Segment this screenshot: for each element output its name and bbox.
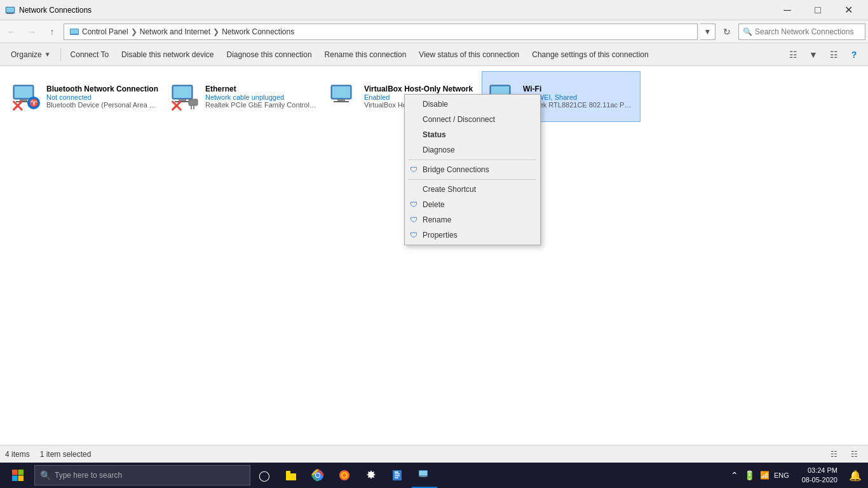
maximize-button[interactable]: □ — [803, 0, 832, 20]
status-view-btn-2[interactable]: ☷ — [845, 445, 863, 463]
svg-point-42 — [342, 473, 346, 477]
taskbar-cortana-button[interactable]: ◯ — [252, 463, 277, 488]
taskbar-chrome-button[interactable] — [305, 463, 330, 488]
wifi-name: Wi-Fi — [523, 85, 635, 93]
view-status-label: View status of this connection — [419, 50, 519, 59]
title-bar: Network Connections ─ □ ✕ — [0, 0, 868, 20]
change-settings-label: Change settings of this connection — [532, 50, 648, 59]
ctx-disable[interactable]: Disable — [405, 97, 540, 112]
toolbar-right: ☷ ▼ ☷ ? — [784, 46, 863, 64]
ctx-connect-disconnect[interactable]: Connect / Disconnect — [405, 112, 540, 127]
context-menu: Disable Connect / Disconnect Status Diag… — [404, 94, 541, 245]
window-icon — [5, 5, 15, 15]
system-tray: ⌃ 🔋 📶 ENG — [723, 469, 794, 482]
taskbar-network-connections-button[interactable] — [412, 463, 437, 488]
path-control-panel[interactable]: Control Panel — [82, 27, 128, 36]
connect-to-button[interactable]: Connect To — [65, 46, 115, 64]
svg-rect-1 — [6, 8, 14, 12]
change-settings-button[interactable]: Change settings of this connection — [526, 46, 654, 64]
taskbar-right: ⌃ 🔋 📶 ENG 03:24 PM 08-05-2020 🔔 — [723, 463, 865, 488]
address-path[interactable]: Control Panel ❯ Network and Internet ❯ N… — [64, 24, 698, 40]
ethernet-name: Ethernet — [205, 85, 317, 93]
organize-arrow-icon: ▼ — [44, 51, 51, 58]
toolbar-separator-1 — [60, 48, 61, 61]
organize-button[interactable]: Organize ▼ — [5, 46, 57, 64]
tray-chevron-icon[interactable]: ⌃ — [728, 469, 741, 482]
taskbar-files-button[interactable] — [278, 463, 304, 488]
taskbar-search-input[interactable] — [55, 471, 245, 480]
path-network-internet[interactable]: Network and Internet — [140, 27, 210, 36]
ctx-bridge-connections[interactable]: 🛡 Bridge Connections — [405, 162, 540, 177]
ctx-rename[interactable]: 🛡 Rename — [405, 212, 540, 227]
ethernet-error-badge: ❌ — [171, 100, 181, 111]
ethernet-device: Realtek PCIe GbE Family Controller — [205, 101, 317, 109]
connect-to-label: Connect To — [71, 50, 109, 59]
start-button[interactable] — [3, 463, 33, 488]
help-button[interactable]: ? — [845, 46, 863, 64]
ctx-diagnose[interactable]: Diagnose — [405, 142, 540, 158]
svg-rect-46 — [395, 473, 400, 475]
notification-button[interactable]: 🔔 — [845, 463, 865, 488]
view-dropdown-button[interactable]: ▼ — [804, 46, 822, 64]
status-view-btn-1[interactable]: ☷ — [825, 445, 843, 463]
rename-button[interactable]: Rename this connection — [319, 46, 412, 64]
ctx-disable-label: Disable — [423, 100, 448, 109]
svg-rect-36 — [286, 473, 296, 480]
taskbar: 🔍 ◯ — [0, 463, 868, 488]
view-change-button[interactable]: ☷ — [784, 46, 802, 64]
diagnose-button[interactable]: Diagnose this connection — [221, 46, 318, 64]
system-clock[interactable]: 03:24 PM 08-05-2020 — [797, 466, 843, 485]
tray-language[interactable]: ENG — [774, 471, 789, 479]
taskbar-search-icon: 🔍 — [40, 470, 51, 480]
taskbar-search[interactable]: 🔍 — [34, 465, 250, 485]
svg-rect-34 — [18, 476, 24, 482]
ctx-properties-label: Properties — [423, 231, 458, 240]
window-title: Network Connections — [19, 6, 773, 15]
ctx-properties[interactable]: 🛡 Properties — [405, 227, 540, 243]
taskbar-settings-button[interactable] — [358, 463, 384, 488]
svg-rect-20 — [332, 86, 350, 98]
view-details-button[interactable]: ☷ — [825, 46, 843, 64]
network-item-ethernet[interactable]: ❌ Ethernet Network cable unplugged Realt… — [164, 71, 323, 122]
address-bar: ← → ↑ Control Panel ❯ Network and Intern… — [0, 20, 868, 43]
up-button[interactable]: ↑ — [43, 23, 61, 41]
ctx-create-shortcut-label: Create Shortcut — [423, 185, 476, 194]
tray-wifi-icon[interactable]: 📶 — [759, 469, 771, 482]
view-status-button[interactable]: View status of this connection — [413, 46, 525, 64]
clock-time: 03:24 PM — [802, 466, 837, 475]
status-bar-right: ☷ ☷ — [825, 445, 863, 463]
svg-rect-3 — [7, 13, 13, 14]
svg-rect-16 — [189, 99, 198, 105]
item-count: 4 items — [5, 450, 30, 459]
toolbar: Organize ▼ Connect To Disable this netwo… — [0, 43, 868, 66]
back-button[interactable]: ← — [3, 23, 20, 41]
network-item-bluetooth[interactable]: ♈ ❌ Bluetooth Network Connection Not con… — [5, 71, 164, 122]
path-dropdown-button[interactable]: ▼ — [700, 24, 715, 40]
svg-rect-33 — [12, 476, 18, 482]
ctx-create-shortcut[interactable]: Create Shortcut — [405, 182, 540, 197]
tray-battery-icon[interactable]: 🔋 — [743, 469, 756, 482]
forward-button[interactable]: → — [23, 23, 41, 41]
ctx-delete[interactable]: 🛡 Delete — [405, 197, 540, 212]
path-icon — [69, 27, 79, 37]
svg-rect-45 — [395, 471, 398, 473]
ctx-rename-label: Rename — [423, 215, 451, 224]
ctx-status[interactable]: Status — [405, 127, 540, 142]
taskbar-word-button[interactable] — [385, 463, 410, 488]
bluetooth-error-badge: ❌ — [12, 100, 22, 111]
taskbar-app4-button[interactable] — [332, 463, 357, 488]
svg-rect-22 — [334, 101, 349, 102]
refresh-button[interactable]: ↻ — [718, 23, 736, 41]
search-input[interactable] — [755, 27, 861, 36]
minimize-button[interactable]: ─ — [773, 0, 802, 20]
close-button[interactable]: ✕ — [834, 0, 863, 20]
path-network-connections[interactable]: Network Connections — [222, 27, 294, 36]
search-box[interactable]: 🔍 — [738, 24, 865, 40]
bluetooth-network-icon: ♈ ❌ — [11, 81, 41, 112]
disable-button[interactable]: Disable this network device — [116, 46, 219, 64]
ethernet-info: Ethernet Network cable unplugged Realtek… — [205, 85, 317, 109]
ctx-diagnose-label: Diagnose — [423, 146, 455, 154]
rename-label: Rename this connection — [325, 50, 407, 59]
search-icon: 🔍 — [743, 27, 752, 36]
status-bar: 4 items 1 item selected ☷ ☷ — [0, 445, 868, 463]
